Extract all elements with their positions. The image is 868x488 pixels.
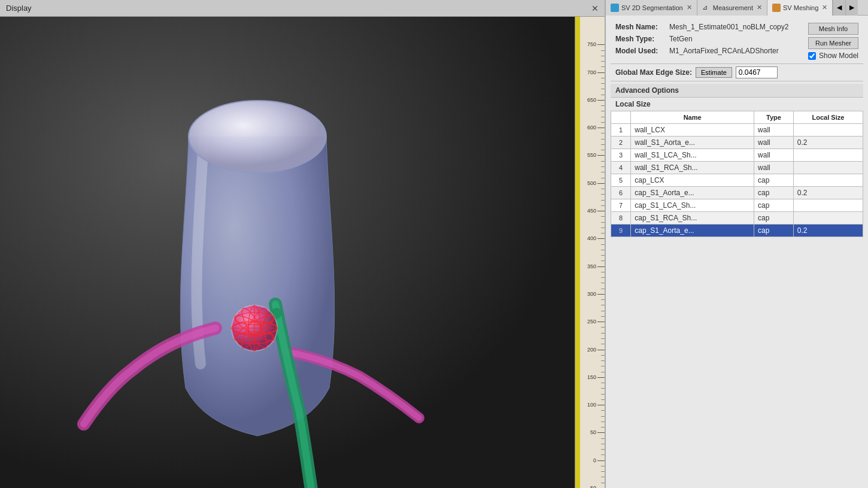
mesh-name-label: Mesh Name: (615, 23, 669, 31)
row-local-size (793, 124, 863, 137)
col-local-size: Local Size (793, 111, 863, 124)
mesh-info-button[interactable]: Mesh Info (808, 23, 858, 35)
row-num: 9 (611, 225, 631, 237)
tab-nav-prev[interactable]: ◀ (833, 0, 845, 16)
measurement-icon: ⊿ (702, 4, 711, 12)
run-mesher-button[interactable]: Run Mesher (808, 37, 858, 49)
row-name: wall_S1_Aorta_e... (631, 137, 754, 149)
table-row[interactable]: 4wall_S1_RCA_Sh...wall (611, 162, 863, 174)
model-used-label: Model Used: (615, 47, 669, 55)
sv2d-icon (611, 4, 619, 12)
tab-svmeshing-close[interactable]: ✕ (822, 4, 827, 11)
tab-sv2d-label: SV 2D Segmentation (621, 4, 683, 11)
tab-nav-next[interactable]: ▶ (845, 0, 858, 16)
mesh-name-row: Mesh Name: Mesh_1_Estimate001_noBLM_copy… (615, 23, 799, 31)
advanced-options-header[interactable]: Advanced Options (611, 84, 863, 98)
row-type: wall (754, 162, 794, 174)
row-local-size: 0.2 (793, 187, 863, 199)
row-name: cap_LCX (631, 174, 754, 187)
mesh-name-value: Mesh_1_Estimate001_noBLM_copy2 (669, 23, 788, 31)
row-name: wall_LCX (631, 124, 754, 137)
show-model-row: Show Model (808, 51, 858, 60)
table-header-row: Name Type Local Size (611, 111, 863, 124)
viewport-panel: Display ✕ (0, 0, 605, 488)
row-type: cap (754, 199, 794, 212)
tab-bar: SV 2D Segmentation ✕ ⊿ Measurement ✕ SV … (606, 0, 868, 16)
table-row[interactable]: 2wall_S1_Aorta_e...wall0.2 (611, 137, 863, 149)
mesh-type-label: Mesh Type: (615, 35, 669, 43)
row-name: cap_S1_Aorta_e... (631, 187, 754, 199)
row-local-size (793, 212, 863, 225)
row-local-size (793, 199, 863, 212)
table-row[interactable]: 1wall_LCXwall (611, 124, 863, 137)
tab-sv2d[interactable]: SV 2D Segmentation ✕ (606, 0, 697, 16)
edge-size-row: Global Max Edge Size: Estimate (611, 63, 863, 81)
edge-size-input[interactable] (736, 66, 778, 78)
row-local-size (793, 149, 863, 162)
row-local-size: 0.2 (793, 137, 863, 149)
row-num: 7 (611, 199, 631, 212)
show-model-label: Show Model (819, 51, 858, 60)
table-row[interactable]: 6cap_S1_Aorta_e...cap0.2 (611, 187, 863, 199)
row-type: wall (754, 137, 794, 149)
viewport-area[interactable]: 7507006506005505004504003503002502001501… (0, 17, 605, 488)
row-type: cap (754, 187, 794, 199)
col-index (611, 111, 631, 124)
col-type: Type (754, 111, 794, 124)
row-num: 3 (611, 149, 631, 162)
top-section: Mesh Name: Mesh_1_Estimate001_noBLM_copy… (611, 19, 863, 63)
row-type: wall (754, 124, 794, 137)
edge-size-label: Global Max Edge Size: (615, 68, 692, 77)
row-local-size (793, 174, 863, 187)
row-name: cap_S1_Aorta_e... (631, 225, 754, 237)
row-type: cap (754, 212, 794, 225)
ruler: 7507006506005505004504003503002502001501… (575, 17, 605, 488)
tab-measurement-label: Measurement (713, 4, 753, 11)
tab-measurement-close[interactable]: ✕ (757, 4, 762, 11)
row-name: cap_S1_LCA_Sh... (631, 199, 754, 212)
row-type: cap (754, 174, 794, 187)
estimate-button[interactable]: Estimate (696, 67, 732, 78)
row-num: 4 (611, 162, 631, 174)
viewport-header: Display ✕ (0, 0, 605, 17)
tab-sv2d-close[interactable]: ✕ (687, 4, 692, 11)
model-used-row: Model Used: M1_AortaFixed_RCAnLADShorter (615, 47, 799, 55)
show-model-checkbox[interactable] (808, 52, 816, 60)
row-name: wall_S1_RCA_Sh... (631, 162, 754, 174)
mesh-buttons-right: Mesh Info Run Mesher Show Model (803, 19, 863, 63)
tab-svmeshing[interactable]: SV Meshing ✕ (767, 0, 833, 16)
svmeshing-icon (772, 4, 781, 12)
panel-content: Mesh Name: Mesh_1_Estimate001_noBLM_copy… (606, 16, 868, 488)
row-name: cap_S1_RCA_Sh... (631, 212, 754, 225)
row-local-size (793, 162, 863, 174)
3d-scene (0, 17, 575, 488)
col-name: Name (631, 111, 754, 124)
row-num: 5 (611, 174, 631, 187)
table-row[interactable]: 7cap_S1_LCA_Sh...cap (611, 199, 863, 212)
row-name: wall_S1_LCA_Sh... (631, 149, 754, 162)
mesh-type-value: TetGen (669, 35, 693, 43)
model-used-value: M1_AortaFixed_RCAnLADShorter (669, 47, 779, 55)
row-local-size: 0.2 (793, 225, 863, 237)
row-num: 6 (611, 187, 631, 199)
viewport-close-button[interactable]: ✕ (591, 4, 599, 13)
right-panel: SV 2D Segmentation ✕ ⊿ Measurement ✕ SV … (605, 0, 868, 488)
viewport-title: Display (6, 4, 32, 13)
row-type: cap (754, 225, 794, 237)
mesh-info-left: Mesh Name: Mesh_1_Estimate001_noBLM_copy… (611, 19, 803, 63)
mesh-type-row: Mesh Type: TetGen (615, 35, 799, 43)
table-row[interactable]: 8cap_S1_RCA_Sh...cap (611, 212, 863, 225)
row-type: wall (754, 149, 794, 162)
local-size-table: Name Type Local Size 1wall_LCXwall2wall_… (611, 111, 863, 237)
local-size-label: Local Size (611, 98, 863, 111)
row-num: 1 (611, 124, 631, 137)
table-row[interactable]: 9cap_S1_Aorta_e...cap0.2 (611, 225, 863, 237)
table-row[interactable]: 5cap_LCXcap (611, 174, 863, 187)
tab-svmeshing-label: SV Meshing (783, 4, 818, 11)
table-row[interactable]: 3wall_S1_LCA_Sh...wall (611, 149, 863, 162)
row-num: 8 (611, 212, 631, 225)
table-body: 1wall_LCXwall2wall_S1_Aorta_e...wall0.23… (611, 124, 863, 237)
tab-measurement[interactable]: ⊿ Measurement ✕ (697, 0, 767, 16)
row-num: 2 (611, 137, 631, 149)
